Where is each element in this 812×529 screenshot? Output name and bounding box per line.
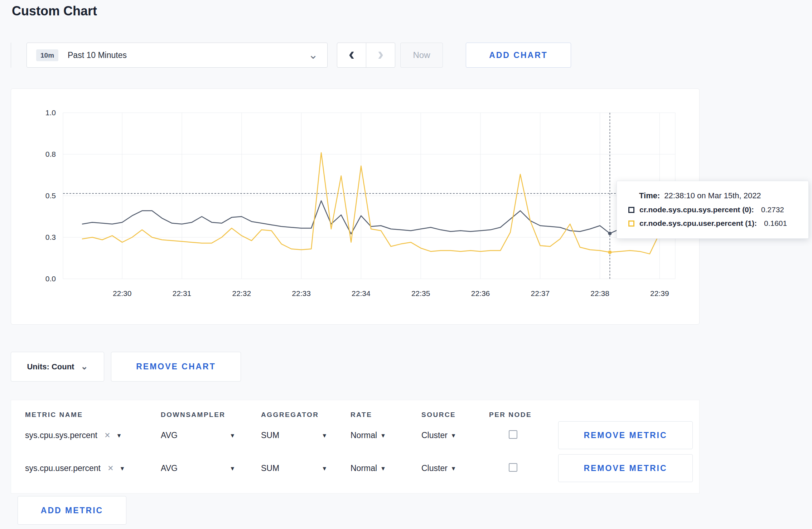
rate-value: Normal bbox=[351, 464, 377, 473]
chart-tooltip: Time:22:38:10 on Mar 15th, 2022 cr.node.… bbox=[617, 181, 809, 239]
col-header-downsampler: DOWNSAMPLER bbox=[161, 411, 261, 419]
caret-down-icon: ▾ bbox=[323, 432, 326, 439]
caret-down-icon: ▾ bbox=[381, 432, 385, 439]
metrics-table: METRIC NAME DOWNSAMPLER AGGREGATOR RATE … bbox=[11, 400, 700, 494]
svg-text:22:30: 22:30 bbox=[113, 289, 132, 297]
tooltip-series-row: cr.node.sys.cpu.sys.percent (0): 0.2732 bbox=[628, 205, 798, 214]
col-header-aggregator: AGGREGATOR bbox=[261, 411, 351, 419]
metric-name-select[interactable]: sys.cpu.sys.percent × ▾ bbox=[25, 431, 161, 440]
tooltip-series-name: cr.node.sys.cpu.sys.percent (0): bbox=[639, 205, 754, 214]
svg-text:22:38: 22:38 bbox=[590, 289, 609, 297]
source-value: Cluster bbox=[421, 464, 448, 473]
timeseries-chart[interactable]: 0.00.30.50.81.022:3022:3122:3222:3322:34… bbox=[11, 89, 699, 324]
svg-text:22:35: 22:35 bbox=[411, 289, 430, 297]
caret-down-icon: ▾ bbox=[231, 432, 234, 439]
caret-down-icon: ▾ bbox=[231, 465, 234, 472]
tooltip-series-value: 0.1601 bbox=[764, 219, 787, 228]
metric-row: sys.cpu.user.percent × ▾ AVG ▾ SUM ▾ Nor… bbox=[11, 452, 699, 485]
svg-text:22:36: 22:36 bbox=[471, 289, 490, 297]
metric-row: sys.cpu.sys.percent × ▾ AVG ▾ SUM ▾ Norm… bbox=[11, 419, 699, 452]
toolbar-divider bbox=[11, 43, 11, 68]
caret-down-icon: ▾ bbox=[381, 465, 385, 472]
clear-metric-icon[interactable]: × bbox=[108, 464, 113, 473]
chevron-down-icon: ⌄ bbox=[81, 364, 88, 369]
clear-metric-icon[interactable]: × bbox=[105, 431, 110, 440]
chart-footer: Units: Count ⌄ REMOVE CHART bbox=[11, 352, 241, 382]
source-value: Cluster bbox=[421, 431, 448, 440]
remove-metric-button[interactable]: REMOVE METRIC bbox=[558, 454, 693, 482]
chart-card: 0.00.30.50.81.022:3022:3122:3222:3322:34… bbox=[11, 88, 700, 325]
metric-name-label: sys.cpu.user.percent bbox=[25, 464, 101, 473]
svg-text:22:33: 22:33 bbox=[292, 289, 311, 297]
custom-chart-page: Custom Chart 10m Past 10 Minutes ⌄ ‹ › N… bbox=[0, 0, 812, 529]
next-time-button[interactable]: › bbox=[366, 43, 395, 68]
caret-down-icon: ▾ bbox=[117, 432, 121, 439]
add-metric-button[interactable]: ADD METRIC bbox=[18, 496, 126, 525]
remove-chart-button[interactable]: REMOVE CHART bbox=[111, 352, 241, 382]
caret-down-icon: ▾ bbox=[323, 465, 326, 472]
aggregator-select[interactable]: SUM ▾ bbox=[261, 464, 326, 473]
prev-time-button[interactable]: ‹ bbox=[337, 43, 366, 68]
aggregator-value: SUM bbox=[261, 464, 279, 473]
add-chart-button[interactable]: ADD CHART bbox=[466, 43, 571, 68]
time-range-badge: 10m bbox=[36, 49, 58, 61]
svg-text:1.0: 1.0 bbox=[45, 108, 56, 117]
col-header-metric-name: METRIC NAME bbox=[25, 411, 161, 419]
svg-text:22:32: 22:32 bbox=[232, 289, 251, 297]
series-0-swatch-icon bbox=[628, 207, 634, 213]
tooltip-time: Time:22:38:10 on Mar 15th, 2022 bbox=[639, 191, 798, 200]
svg-text:0.5: 0.5 bbox=[45, 191, 56, 200]
time-pager: ‹ › bbox=[337, 43, 395, 68]
now-button[interactable]: Now bbox=[400, 43, 443, 68]
svg-text:22:31: 22:31 bbox=[173, 289, 192, 297]
metrics-table-header: METRIC NAME DOWNSAMPLER AGGREGATOR RATE … bbox=[11, 400, 699, 419]
series-1-swatch-icon bbox=[628, 220, 634, 227]
col-header-per-node: PER NODE bbox=[489, 411, 558, 419]
toolbar: 10m Past 10 Minutes ⌄ ‹ › Now ADD CHART bbox=[11, 43, 571, 68]
col-header-rate: RATE bbox=[351, 411, 421, 419]
source-select[interactable]: Cluster ▾ bbox=[421, 431, 489, 440]
time-range-select[interactable]: 10m Past 10 Minutes ⌄ bbox=[26, 43, 328, 68]
caret-down-icon: ▾ bbox=[452, 465, 455, 472]
time-range-label: Past 10 Minutes bbox=[68, 50, 127, 60]
downsampler-select[interactable]: AVG ▾ bbox=[161, 464, 234, 473]
tooltip-time-value: 22:38:10 on Mar 15th, 2022 bbox=[664, 191, 761, 200]
metric-name-label: sys.cpu.sys.percent bbox=[25, 431, 97, 440]
per-node-checkbox[interactable] bbox=[509, 430, 517, 439]
downsampler-select[interactable]: AVG ▾ bbox=[161, 431, 234, 440]
rate-select[interactable]: Normal ▾ bbox=[351, 431, 421, 440]
svg-text:0.3: 0.3 bbox=[45, 233, 56, 241]
svg-text:0.0: 0.0 bbox=[45, 275, 56, 283]
remove-metric-button[interactable]: REMOVE METRIC bbox=[558, 421, 693, 449]
caret-down-icon: ▾ bbox=[121, 465, 124, 472]
aggregator-value: SUM bbox=[261, 431, 279, 440]
svg-text:22:39: 22:39 bbox=[650, 289, 669, 297]
per-node-checkbox[interactable] bbox=[509, 463, 517, 472]
tooltip-series-row: cr.node.sys.cpu.user.percent (1): 0.1601 bbox=[628, 219, 798, 228]
svg-text:0.8: 0.8 bbox=[45, 150, 56, 158]
col-header-source: SOURCE bbox=[421, 411, 489, 419]
rate-select[interactable]: Normal ▾ bbox=[351, 464, 421, 473]
page-title: Custom Chart bbox=[12, 4, 97, 19]
source-select[interactable]: Cluster ▾ bbox=[421, 464, 489, 473]
rate-value: Normal bbox=[351, 431, 377, 440]
tooltip-series-name: cr.node.sys.cpu.user.percent (1): bbox=[639, 219, 757, 228]
chevron-left-icon: ‹ bbox=[349, 47, 355, 61]
svg-text:22:37: 22:37 bbox=[531, 289, 550, 297]
metric-name-select[interactable]: sys.cpu.user.percent × ▾ bbox=[25, 464, 161, 473]
aggregator-select[interactable]: SUM ▾ bbox=[261, 431, 326, 440]
downsampler-value: AVG bbox=[161, 464, 178, 473]
tooltip-time-label: Time: bbox=[639, 191, 660, 200]
caret-down-icon: ▾ bbox=[452, 432, 455, 439]
svg-text:22:34: 22:34 bbox=[352, 289, 371, 297]
chevron-down-icon: ⌄ bbox=[308, 52, 318, 58]
chevron-right-icon: › bbox=[378, 47, 384, 61]
downsampler-value: AVG bbox=[161, 431, 178, 440]
units-select[interactable]: Units: Count ⌄ bbox=[11, 352, 104, 382]
units-label: Units: Count bbox=[27, 362, 74, 372]
tooltip-series-value: 0.2732 bbox=[761, 205, 784, 214]
